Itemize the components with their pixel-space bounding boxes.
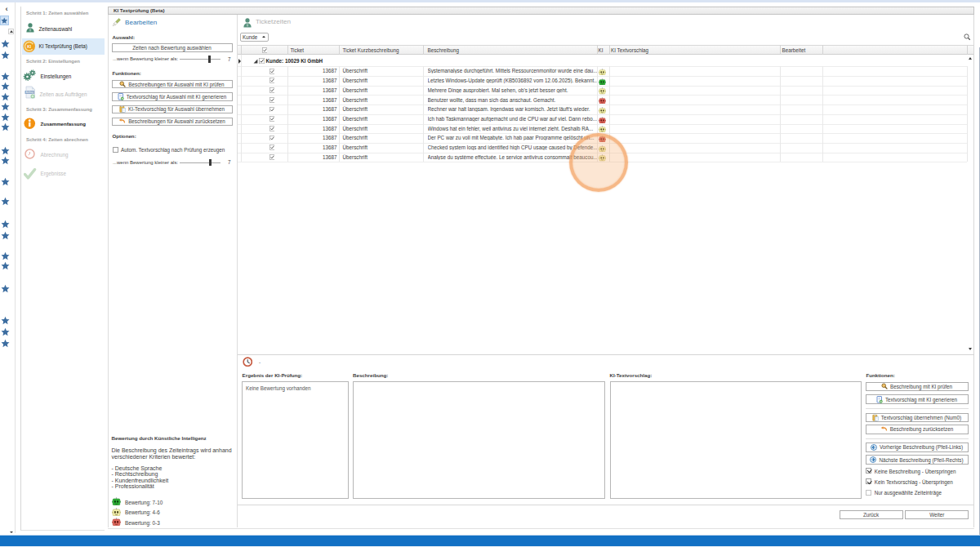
svg-text:Auftrag: Auftrag [26, 91, 33, 94]
svg-text:KI: KI [27, 44, 31, 48]
